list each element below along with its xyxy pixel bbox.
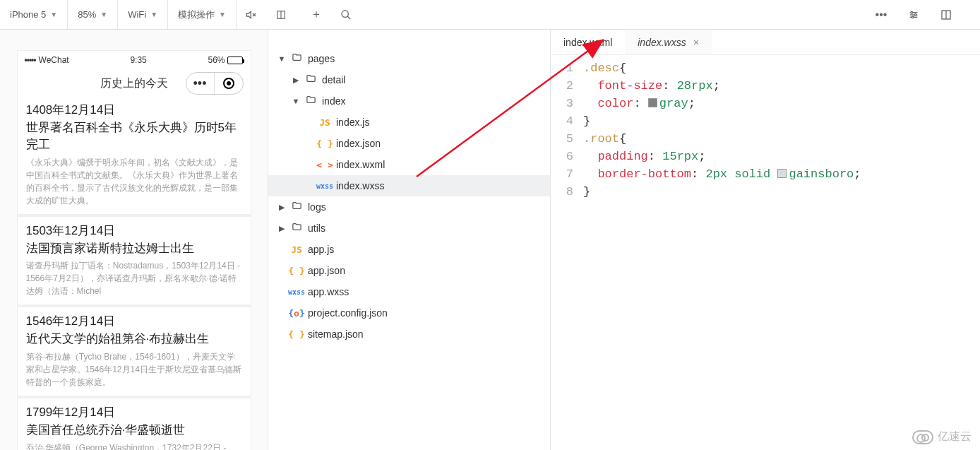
card-title: 近代天文学的始祖第谷·布拉赫出生	[26, 331, 242, 348]
network-selector[interactable]: WiFi ▼	[118, 0, 168, 29]
tree-folder[interactable]: ▶utils	[268, 218, 550, 239]
toolbar-mid: ＋	[301, 0, 361, 29]
capsule-close-icon[interactable]	[215, 73, 243, 94]
card-date: 1799年12月14日	[26, 404, 242, 420]
split-editor-icon[interactable]	[933, 9, 959, 20]
line-number: 2	[551, 77, 573, 95]
main-columns: ••••• WeChat 9:35 56% 历史上的今天 ••• 1408年12…	[0, 30, 980, 450]
code-line[interactable]: }	[583, 112, 861, 130]
card-date: 1408年12月14日	[26, 102, 242, 118]
sim-ops-selector[interactable]: 模拟操作 ▼	[168, 0, 237, 29]
editor-tab[interactable]: index.wxss×	[625, 30, 712, 54]
file-type-icon	[288, 201, 305, 213]
code-line[interactable]: padding: 15rpx;	[583, 148, 861, 165]
file-type-icon	[288, 222, 305, 235]
card-desc: 诺查丹玛斯 拉丁语名：Nostradamus，1503年12月14日 - 156…	[26, 259, 242, 297]
code-editor[interactable]: 12345678 .desc{ font-size: 28rpx; color:…	[551, 55, 980, 201]
tab-label: index.wxss	[638, 37, 686, 48]
watermark: 亿速云	[912, 430, 972, 444]
code-source[interactable]: .desc{ font-size: 28rpx; color: gray;}.r…	[583, 59, 861, 201]
feed-card[interactable]: 1546年12月14日近代天文学的始祖第谷·布拉赫出生第谷·布拉赫（Tycho …	[18, 304, 251, 396]
tree-file[interactable]: {o}project.config.json	[268, 302, 550, 324]
tree-file[interactable]: wxssapp.wxss	[268, 281, 550, 302]
settings-lines-icon[interactable]	[901, 9, 926, 20]
editor-tabs: index.wxmlindex.wxss×	[551, 30, 980, 55]
file-type-icon: wxss	[288, 288, 305, 296]
status-bar: ••••• WeChat 9:35 56%	[18, 51, 251, 68]
tree-file[interactable]: < >index.wxml	[268, 154, 550, 175]
svg-point-4	[342, 11, 348, 17]
feed-list[interactable]: 1408年12月14日世界著名百科全书《永乐大典》历时5年完工《永乐大典》编撰于…	[18, 102, 251, 450]
code-line[interactable]: font-size: 28rpx;	[583, 77, 861, 95]
more-icon[interactable]: •••	[868, 8, 894, 21]
toolbar-right: •••	[868, 0, 980, 30]
file-explorer[interactable]: ▼pages▶detail▼indexJSindex.js{ }index.js…	[268, 30, 551, 450]
search-icon[interactable]	[331, 9, 361, 20]
line-number: 6	[551, 148, 573, 165]
file-type-icon: { }	[316, 138, 333, 149]
code-line[interactable]: }	[583, 183, 861, 201]
mute-icon[interactable]	[237, 0, 266, 29]
tree-label: index.wxml	[336, 159, 385, 170]
toolbar: iPhone 5 ▼ 85% ▼ WiFi ▼ 模拟操作 ▼ ＋ •••	[0, 0, 980, 30]
feed-card[interactable]: 1799年12月14日美国首任总统乔治·华盛顿逝世乔治·华盛顿（George W…	[18, 396, 251, 450]
tree-label: index.wxss	[336, 180, 384, 191]
line-number: 8	[551, 183, 573, 201]
svg-point-9	[911, 11, 913, 13]
file-type-icon: {o}	[288, 308, 305, 319]
watermark-text: 亿速云	[938, 430, 972, 444]
device-selector[interactable]: iPhone 5 ▼	[0, 0, 68, 29]
file-type-icon: JS	[288, 244, 305, 255]
disclosure-icon: ▶	[289, 76, 302, 85]
feed-card[interactable]: 1503年12月14日法国预言家诺斯特拉达姆士出生诺查丹玛斯 拉丁语名：Nost…	[18, 214, 251, 305]
tree-file[interactable]: JSindex.js	[268, 112, 550, 133]
svg-point-10	[914, 14, 916, 16]
code-line[interactable]: .root{	[583, 130, 861, 148]
chevron-down-icon: ▼	[100, 11, 107, 18]
tree-folder[interactable]: ▶logs	[268, 196, 550, 218]
add-icon[interactable]: ＋	[301, 7, 331, 22]
tree-file[interactable]: JSapp.js	[268, 239, 550, 260]
tree-folder[interactable]: ▼pages	[268, 48, 550, 69]
file-type-icon: { }	[288, 266, 305, 276]
tree-file[interactable]: { }index.json	[268, 133, 550, 154]
tree-file[interactable]: { }sitemap.json	[268, 324, 550, 345]
tree-file[interactable]: wxssindex.wxss	[268, 175, 550, 196]
carrier-label: WeChat	[39, 55, 69, 65]
card-desc: 《永乐大典》编撰于明永乐年间，初名《文献大成》，是中国百科全书式的文献集。《永乐…	[26, 156, 242, 207]
line-number: 7	[551, 165, 573, 183]
zoom-selector[interactable]: 85% ▼	[68, 0, 118, 29]
card-title: 美国首任总统乔治·华盛顿逝世	[26, 422, 242, 439]
tree-label: logs	[308, 201, 326, 213]
tree-folder[interactable]: ▼index	[268, 90, 550, 112]
battery-pct: 56%	[208, 55, 225, 65]
svg-line-5	[347, 16, 350, 19]
phone-frame: ••••• WeChat 9:35 56% 历史上的今天 ••• 1408年12…	[18, 51, 251, 450]
card-desc: 第谷·布拉赫（Tycho Brahe，1546-1601），丹麦天文学家和占星学…	[26, 350, 242, 389]
feed-card[interactable]: 1408年12月14日世界著名百科全书《永乐大典》历时5年完工《永乐大典》编撰于…	[18, 102, 251, 214]
file-type-icon: wxss	[316, 182, 333, 190]
editor-panel: index.wxmlindex.wxss× 12345678 .desc{ fo…	[551, 30, 980, 450]
zoom-label: 85%	[78, 9, 96, 20]
tree-folder[interactable]: ▶detail	[268, 69, 550, 90]
editor-tab[interactable]: index.wxml	[551, 30, 625, 54]
capsule-menu-icon[interactable]: •••	[186, 73, 215, 94]
file-type-icon: < >	[316, 160, 333, 170]
line-number: 3	[551, 95, 573, 112]
disclosure-icon: ▼	[275, 54, 288, 63]
line-gutter: 12345678	[551, 59, 583, 201]
sim-ops-label: 模拟操作	[178, 8, 215, 21]
signal-icon: •••••	[25, 55, 36, 65]
code-line[interactable]: border-bottom: 2px solid gainsboro;	[583, 165, 861, 183]
nav-bar: 历史上的今天 •••	[18, 68, 251, 102]
split-icon[interactable]	[266, 0, 296, 29]
tree-file[interactable]: { }app.json	[268, 260, 550, 281]
code-line[interactable]: color: gray;	[583, 95, 861, 112]
disclosure-icon: ▶	[275, 224, 288, 233]
watermark-icon	[912, 430, 933, 444]
code-line[interactable]: .desc{	[583, 59, 861, 77]
tree-label: app.wxss	[308, 286, 349, 297]
line-number: 5	[551, 130, 573, 148]
close-icon[interactable]: ×	[693, 37, 699, 48]
file-type-icon: JS	[316, 117, 333, 128]
